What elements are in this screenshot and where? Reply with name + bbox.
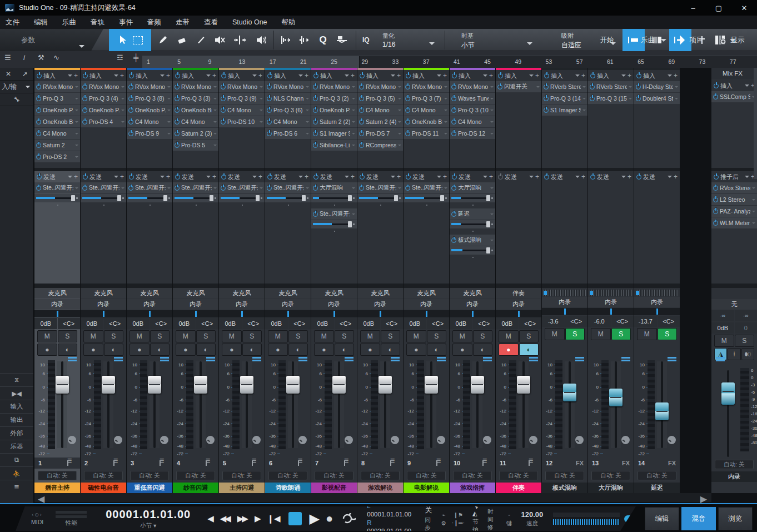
- chevron-down-icon[interactable]: [529, 176, 534, 178]
- power-icon[interactable]: [83, 175, 88, 180]
- insert-slot[interactable]: Pro-DS 5: [173, 140, 218, 151]
- record-arm-button[interactable]: ●: [222, 344, 242, 356]
- fader-handle[interactable]: [286, 376, 300, 394]
- pan-control[interactable]: [450, 310, 495, 317]
- marker-controls[interactable]: ❙⚑·❙═·: [452, 512, 465, 526]
- monitor-button[interactable]: ◐: [288, 344, 308, 356]
- pan-control[interactable]: [496, 310, 541, 317]
- monitor-button[interactable]: ◐: [335, 344, 355, 356]
- send-slot[interactable]: 板式混响: [450, 235, 495, 246]
- send-level-slider[interactable]: [357, 194, 403, 202]
- toolbar-button-项目[interactable]: 项目: [678, 29, 715, 51]
- wrench-icon[interactable]: ⚒: [38, 53, 44, 62]
- solo-button[interactable]: S: [196, 330, 216, 342]
- insert-slot[interactable]: 闪避开关: [496, 81, 541, 92]
- insert-slot[interactable]: RVox Mono: [265, 81, 311, 92]
- chevron-down-icon[interactable]: [668, 176, 672, 178]
- sends-header[interactable]: 发送+: [311, 171, 357, 182]
- power-icon[interactable]: [36, 155, 41, 160]
- power-icon[interactable]: [267, 73, 272, 78]
- params-dropdown[interactable]: 参数: [0, 29, 103, 51]
- add-icon[interactable]: +: [166, 72, 170, 79]
- chevron-down-icon[interactable]: [621, 176, 626, 178]
- power-icon[interactable]: [267, 108, 272, 113]
- power-icon[interactable]: [267, 84, 272, 90]
- send-level-slider[interactable]: [311, 220, 357, 228]
- power-icon[interactable]: [714, 83, 719, 88]
- power-icon[interactable]: [129, 175, 134, 180]
- monitor-button[interactable]: ◐: [58, 344, 78, 356]
- automation-mode-button[interactable]: 自动: 关: [407, 471, 446, 480]
- volume-value[interactable]: 0dB: [127, 318, 150, 329]
- solo-button[interactable]: S: [735, 335, 755, 347]
- performance-indicator[interactable]: 性能: [56, 511, 87, 527]
- chevron-down-icon[interactable]: [483, 74, 487, 77]
- menu-item-Studio One[interactable]: Studio One: [232, 18, 267, 26]
- layers-icon[interactable]: [252, 357, 261, 364]
- sidebar-inputs-button[interactable]: 输入: [0, 400, 33, 413]
- insert-slot[interactable]: Pro-DS 10: [219, 116, 265, 127]
- fader-track[interactable]: [61, 361, 63, 448]
- stop-button[interactable]: [288, 512, 302, 525]
- power-icon[interactable]: [175, 108, 180, 113]
- add-icon[interactable]: +: [166, 173, 170, 181]
- power-icon[interactable]: [497, 84, 502, 90]
- chevron-down-icon[interactable]: [114, 176, 118, 178]
- fader-handle[interactable]: [56, 376, 69, 394]
- close-button[interactable]: ✕: [731, 0, 757, 16]
- power-icon[interactable]: [714, 175, 719, 180]
- power-icon[interactable]: [359, 186, 364, 191]
- power-icon[interactable]: [405, 131, 410, 136]
- collapse-vertical-button[interactable]: ⧖: [0, 373, 33, 386]
- power-icon[interactable]: [359, 96, 364, 101]
- bend-tool-button[interactable]: [229, 29, 251, 51]
- record-button[interactable]: ●: [326, 511, 331, 526]
- meter-toggle[interactable]: [624, 515, 639, 523]
- power-icon[interactable]: [451, 108, 456, 113]
- gain-knob[interactable]: [68, 436, 76, 444]
- insert-slot[interactable]: Pro-Q 3 (2): [311, 93, 357, 104]
- power-icon[interactable]: [451, 84, 456, 90]
- chevron-down-icon[interactable]: [68, 176, 72, 178]
- sends-header[interactable]: 发送+: [127, 171, 172, 182]
- insert-slot[interactable]: S1 Imager S..: [542, 105, 587, 116]
- pan-value[interactable]: <C>: [565, 316, 588, 327]
- add-icon[interactable]: +: [397, 173, 401, 181]
- send-slot[interactable]: Ste..闪避开关: [34, 182, 80, 193]
- volume-value[interactable]: 0dB: [265, 318, 288, 329]
- channel-name[interactable]: 主持闪避: [219, 483, 265, 493]
- inserts-header[interactable]: 插入+: [404, 70, 449, 81]
- pan-value[interactable]: <C>: [242, 318, 265, 329]
- inserts-header[interactable]: 插入+: [81, 70, 126, 81]
- quantize-value[interactable]: 1/16: [382, 41, 395, 48]
- insert-slot[interactable]: C4 Mono: [450, 116, 495, 127]
- chevron-down-icon[interactable]: [575, 74, 580, 77]
- pan-control[interactable]: [311, 310, 357, 317]
- channel-name[interactable]: 内录: [711, 471, 757, 482]
- power-icon[interactable]: [267, 131, 272, 136]
- input-select[interactable]: 麦克风: [81, 288, 126, 299]
- insert-slot[interactable]: RVox Mono: [450, 81, 495, 92]
- pan-control[interactable]: [588, 308, 634, 315]
- output-select[interactable]: 内录: [219, 299, 265, 310]
- power-icon[interactable]: [221, 108, 226, 113]
- volume-value[interactable]: 0dB: [81, 318, 103, 329]
- fader-track[interactable]: [569, 361, 571, 448]
- sidebar-groups-icon[interactable]: ⛹: [0, 466, 33, 480]
- fader-handle[interactable]: [378, 376, 392, 394]
- monitor-button[interactable]: ◐: [519, 344, 539, 356]
- send-level-slider[interactable]: [404, 194, 449, 202]
- power-icon[interactable]: [498, 73, 503, 78]
- power-icon[interactable]: [590, 73, 595, 78]
- macro-tools-button[interactable]: [331, 29, 352, 51]
- input-select[interactable]: 麦克风: [450, 288, 495, 299]
- info-icon[interactable]: i: [23, 53, 25, 62]
- mute-button[interactable]: M: [714, 335, 734, 347]
- gain-knob[interactable]: [252, 436, 261, 444]
- power-icon[interactable]: [713, 209, 718, 214]
- layers-icon[interactable]: [716, 357, 725, 364]
- power-icon[interactable]: [405, 84, 410, 90]
- pan-control[interactable]: [219, 310, 265, 317]
- record-arm-button[interactable]: ●: [360, 344, 380, 356]
- fader-handle[interactable]: [655, 402, 669, 420]
